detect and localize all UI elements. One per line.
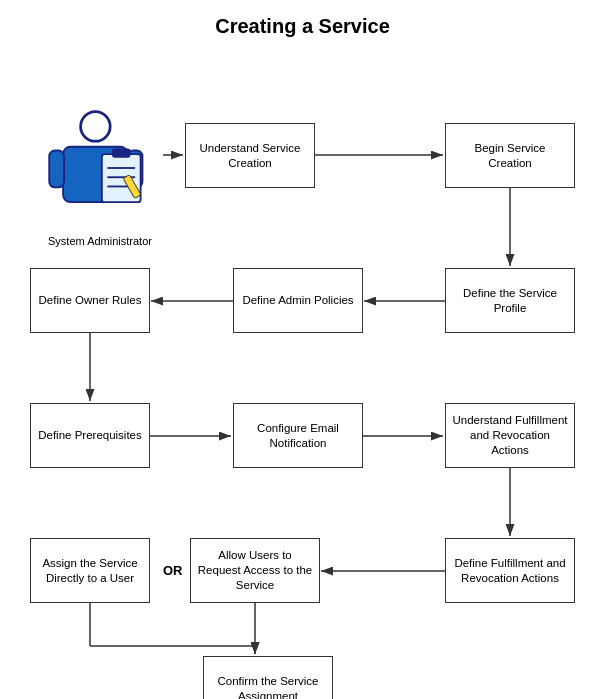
box-understand-fulfillment[interactable]: Understand Fulfillment and Revocation Ac… <box>445 403 575 468</box>
svg-point-0 <box>81 112 111 142</box>
person-label: System Administrator <box>35 235 165 247</box>
box-define-service-profile[interactable]: Define the Service Profile <box>445 268 575 333</box>
box-configure-email[interactable]: Configure Email Notification <box>233 403 363 468</box>
page-title: Creating a Service <box>15 15 590 38</box>
box-define-fulfillment[interactable]: Define Fulfillment and Revocation Action… <box>445 538 575 603</box>
box-understand-service-creation[interactable]: Understand Service Creation <box>185 123 315 188</box>
box-assign-directly[interactable]: Assign the Service Directly to a User <box>30 538 150 603</box>
or-label: OR <box>163 563 183 578</box>
box-define-admin-policies[interactable]: Define Admin Policies <box>233 268 363 333</box>
box-allow-users[interactable]: Allow Users to Request Access to the Ser… <box>190 538 320 603</box>
diagram: System Administrator Understand Service … <box>15 48 590 698</box>
page: Creating a Service Sy <box>0 0 605 699</box>
box-define-owner-rules[interactable]: Define Owner Rules <box>30 268 150 333</box>
person-icon: System Administrator <box>35 108 165 247</box>
svg-rect-5 <box>112 149 130 158</box>
svg-rect-2 <box>49 150 64 187</box>
box-confirm-assignment[interactable]: Confirm the Service Assignment <box>203 656 333 699</box>
box-begin-service-creation[interactable]: Begin Service Creation <box>445 123 575 188</box>
box-define-prerequisites[interactable]: Define Prerequisites <box>30 403 150 468</box>
